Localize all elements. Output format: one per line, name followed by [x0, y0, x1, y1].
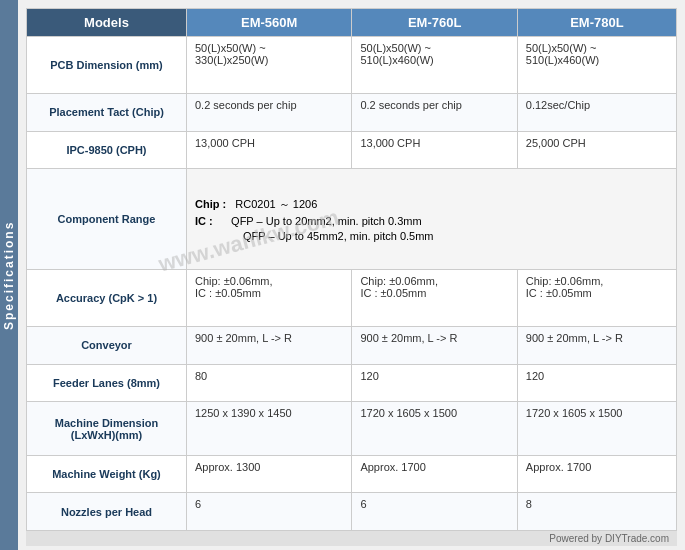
feeder-lanes-em780l: 120	[517, 364, 676, 401]
placement-tact-em780l: 0.12sec/Chip	[517, 94, 676, 131]
outer-container: Specifications www.wanlkw.com Models EM-…	[0, 0, 685, 550]
nozzles-per-head-label: Nozzles per Head	[27, 493, 187, 531]
placement-tact-em560m: 0.2 seconds per chip	[187, 94, 352, 131]
accuracy-em780l: Chip: ±0.06mm, IC : ±0.05mm	[517, 270, 676, 327]
table-container: www.wanlkw.com Models EM-560M EM-760L EM…	[26, 8, 677, 531]
pcb-dimension-em760l: 50(L)x50(W) ~ 510(L)x460(W)	[352, 37, 517, 94]
feeder-lanes-label: Feeder Lanes (8mm)	[27, 364, 187, 401]
accuracy-em760l: Chip: ±0.06mm, IC : ±0.05mm	[352, 270, 517, 327]
ipc9850-em760l: 13,000 CPH	[352, 131, 517, 168]
nozzles-per-head-em760l: 6	[352, 493, 517, 531]
component-range-row: Component Range Chip : RC0201 ～ 1206 IC …	[27, 169, 677, 270]
feeder-lanes-row: Feeder Lanes (8mm) 80 120 120	[27, 364, 677, 401]
component-chip-line: Chip : RC0201 ～ 1206	[195, 197, 668, 212]
em780l-header: EM-780L	[517, 9, 676, 37]
placement-tact-label: Placement Tact (Chip)	[27, 94, 187, 131]
machine-weight-em780l: Approx. 1700	[517, 455, 676, 492]
machine-weight-em760l: Approx. 1700	[352, 455, 517, 492]
side-label: Specifications	[0, 0, 18, 550]
conveyor-em780l: 900 ± 20mm, L -> R	[517, 327, 676, 364]
specs-table: Models EM-560M EM-760L EM-780L PCB Dimen…	[26, 8, 677, 531]
ipc9850-label: IPC-9850 (CPH)	[27, 131, 187, 168]
component-ic-line2: QFP – Up to 45mm2, min. pitch 0.5mm	[195, 230, 668, 242]
component-range-label: Component Range	[27, 169, 187, 270]
nozzles-per-head-em560m: 6	[187, 493, 352, 531]
machine-dimension-row: Machine Dimension (LxWxH)(mm) 1250 x 139…	[27, 402, 677, 456]
conveyor-label: Conveyor	[27, 327, 187, 364]
nozzles-per-head-em780l: 8	[517, 493, 676, 531]
accuracy-label: Accuracy (CpK > 1)	[27, 270, 187, 327]
accuracy-row: Accuracy (CpK > 1) Chip: ±0.06mm, IC : ±…	[27, 270, 677, 327]
conveyor-em760l: 900 ± 20mm, L -> R	[352, 327, 517, 364]
machine-weight-label: Machine Weight (Kg)	[27, 455, 187, 492]
placement-tact-row: Placement Tact (Chip) 0.2 seconds per ch…	[27, 94, 677, 131]
machine-weight-row: Machine Weight (Kg) Approx. 1300 Approx.…	[27, 455, 677, 492]
ipc9850-em560m: 13,000 CPH	[187, 131, 352, 168]
pcb-dimension-em560m: 50(L)x50(W) ~ 330(L)x250(W)	[187, 37, 352, 94]
feeder-lanes-em560m: 80	[187, 364, 352, 401]
em560m-header: EM-560M	[187, 9, 352, 37]
em760l-header: EM-760L	[352, 9, 517, 37]
machine-weight-em560m: Approx. 1300	[187, 455, 352, 492]
nozzles-per-head-row: Nozzles per Head 6 6 8	[27, 493, 677, 531]
accuracy-em560m: Chip: ±0.06mm, IC : ±0.05mm	[187, 270, 352, 327]
machine-dimension-em560m: 1250 x 1390 x 1450	[187, 402, 352, 456]
ipc9850-row: IPC-9850 (CPH) 13,000 CPH 13,000 CPH 25,…	[27, 131, 677, 168]
conveyor-row: Conveyor 900 ± 20mm, L -> R 900 ± 20mm, …	[27, 327, 677, 364]
conveyor-em560m: 900 ± 20mm, L -> R	[187, 327, 352, 364]
pcb-dimension-row: PCB Dimension (mm) 50(L)x50(W) ~ 330(L)x…	[27, 37, 677, 94]
machine-dimension-em760l: 1720 x 1605 x 1500	[352, 402, 517, 456]
footer-bar: Powered by DIYTrade.com	[26, 531, 677, 546]
header-row: Models EM-560M EM-760L EM-780L	[27, 9, 677, 37]
component-range-value: Chip : RC0201 ～ 1206 IC : QFP – Up to 20…	[187, 169, 677, 270]
ipc9850-em780l: 25,000 CPH	[517, 131, 676, 168]
feeder-lanes-em760l: 120	[352, 364, 517, 401]
component-ic-line1: IC : QFP – Up to 20mm2, min. pitch 0.3mm	[195, 215, 668, 227]
pcb-dimension-em780l: 50(L)x50(W) ~ 510(L)x460(W)	[517, 37, 676, 94]
machine-dimension-label: Machine Dimension (LxWxH)(mm)	[27, 402, 187, 456]
machine-dimension-em780l: 1720 x 1605 x 1500	[517, 402, 676, 456]
placement-tact-em760l: 0.2 seconds per chip	[352, 94, 517, 131]
main-content: www.wanlkw.com Models EM-560M EM-760L EM…	[18, 0, 685, 550]
pcb-dimension-label: PCB Dimension (mm)	[27, 37, 187, 94]
models-header: Models	[27, 9, 187, 37]
